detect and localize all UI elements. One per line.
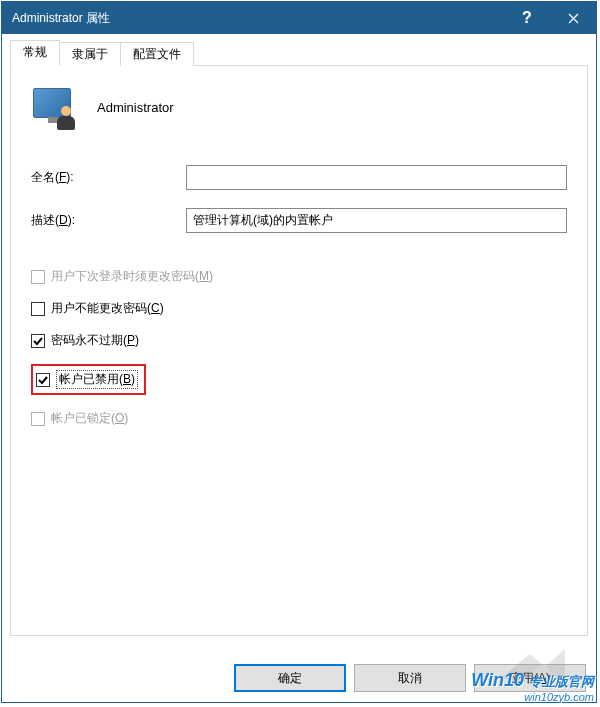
checkmark-icon: [33, 336, 43, 346]
checkbox-icon: [31, 412, 45, 426]
window-title: Administrator 属性: [12, 10, 504, 27]
check-account-locked: 帐户已锁定(O): [31, 410, 567, 427]
account-name: Administrator: [97, 100, 174, 115]
highlighted-checkbox-container: 帐户已禁用(B): [31, 364, 146, 395]
checkmark-icon: [38, 375, 48, 385]
tab-panel-general: Administrator 全名(F): 描述(D): 用户下次登录时须更改密码…: [10, 66, 588, 636]
checkbox-icon: [31, 334, 45, 348]
content: 常规 隶属于 配置文件 Administrator 全名(F): 描述(D):: [2, 34, 596, 644]
description-label: 描述(D):: [31, 212, 186, 229]
checkbox-icon: [36, 373, 50, 387]
check-cannot-change-password[interactable]: 用户不能更改密码(C): [31, 300, 567, 317]
checkbox-icon: [31, 302, 45, 316]
fullname-row: 全名(F):: [31, 165, 567, 190]
check-must-change-password: 用户下次登录时须更改密码(M): [31, 268, 567, 285]
check-label: 用户不能更改密码(C): [51, 300, 164, 317]
tab-profile[interactable]: 配置文件: [120, 42, 194, 66]
tab-general[interactable]: 常规: [10, 40, 60, 66]
fullname-input[interactable]: [186, 165, 567, 190]
help-button[interactable]: ?: [504, 2, 550, 34]
fullname-label: 全名(F):: [31, 169, 186, 186]
check-account-disabled[interactable]: 帐户已禁用(B): [36, 370, 138, 389]
apply-button[interactable]: 应用(A): [474, 664, 586, 692]
description-input[interactable]: [186, 208, 567, 233]
footer-buttons: 确定 取消 应用(A): [234, 664, 586, 692]
close-icon: [568, 13, 579, 24]
close-button[interactable]: [550, 2, 596, 34]
user-computer-icon: [31, 84, 77, 130]
check-label: 密码永不过期(P): [51, 332, 139, 349]
check-password-never-expires[interactable]: 密码永不过期(P): [31, 332, 567, 349]
ok-button[interactable]: 确定: [234, 664, 346, 692]
check-label: 帐户已禁用(B): [56, 370, 138, 389]
check-label: 帐户已锁定(O): [51, 410, 128, 427]
tab-member-of[interactable]: 隶属于: [59, 42, 121, 66]
check-label: 用户下次登录时须更改密码(M): [51, 268, 213, 285]
checkbox-icon: [31, 270, 45, 284]
titlebar: Administrator 属性 ?: [2, 2, 596, 34]
account-header: Administrator: [31, 84, 567, 130]
checkbox-group: 用户下次登录时须更改密码(M) 用户不能更改密码(C) 密码永不过期(P) 帐户…: [31, 268, 567, 427]
description-row: 描述(D):: [31, 208, 567, 233]
dialog-window: Administrator 属性 ? 常规 隶属于 配置文件 Administr…: [1, 1, 597, 703]
cancel-button[interactable]: 取消: [354, 664, 466, 692]
tab-bar: 常规 隶属于 配置文件: [10, 40, 588, 66]
